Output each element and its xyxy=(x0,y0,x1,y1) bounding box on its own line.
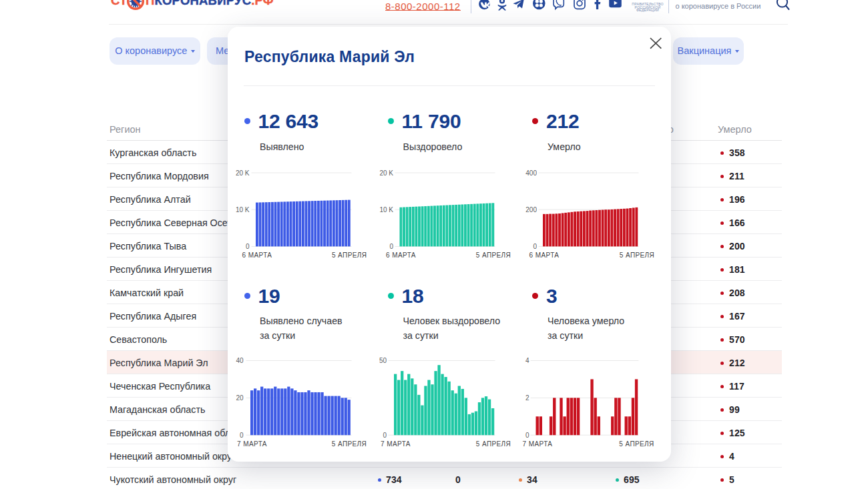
svg-text:6 МАРТА: 6 МАРТА xyxy=(242,252,272,259)
svg-text:2: 2 xyxy=(525,394,529,402)
svg-text:0: 0 xyxy=(389,243,393,250)
svg-text:7 МАРТА: 7 МАРТА xyxy=(381,440,411,448)
svg-text:5 АПРЕЛЯ: 5 АПРЕЛЯ xyxy=(332,252,367,259)
svg-text:0: 0 xyxy=(525,432,529,439)
svg-text:7 МАРТА: 7 МАРТА xyxy=(523,440,553,448)
svg-text:20 K: 20 K xyxy=(379,169,393,177)
svg-text:0: 0 xyxy=(533,243,537,250)
svg-text:10 K: 10 K xyxy=(379,206,393,213)
svg-text:0: 0 xyxy=(246,243,250,250)
svg-text:200: 200 xyxy=(525,206,537,213)
svg-text:50: 50 xyxy=(379,357,387,364)
svg-text:10 K: 10 K xyxy=(236,206,250,213)
svg-text:5 АПРЕЛЯ: 5 АПРЕЛЯ xyxy=(476,440,511,448)
svg-text:0: 0 xyxy=(383,432,387,439)
svg-text:6 МАРТА: 6 МАРТА xyxy=(386,252,416,259)
svg-text:4: 4 xyxy=(525,357,529,364)
svg-text:5 АПРЕЛЯ: 5 АПРЕЛЯ xyxy=(332,440,367,448)
svg-text:400: 400 xyxy=(525,169,537,177)
svg-text:5 АПРЕЛЯ: 5 АПРЕЛЯ xyxy=(476,252,511,259)
svg-text:5 АПРЕЛЯ: 5 АПРЕЛЯ xyxy=(620,252,654,259)
svg-text:6 МАРТА: 6 МАРТА xyxy=(529,252,560,259)
svg-text:7 МАРТА: 7 МАРТА xyxy=(237,440,267,448)
svg-text:0: 0 xyxy=(240,432,244,439)
svg-text:20: 20 xyxy=(236,394,244,402)
svg-text:20 K: 20 K xyxy=(236,169,250,177)
svg-text:40: 40 xyxy=(236,357,244,364)
svg-text:5 АПРЕЛЯ: 5 АПРЕЛЯ xyxy=(619,440,654,448)
